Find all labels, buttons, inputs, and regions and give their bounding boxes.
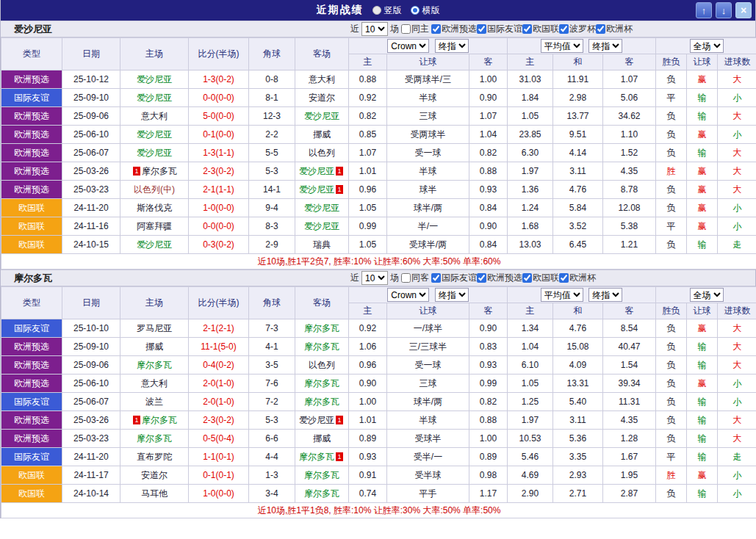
result-goals: 大 [718, 411, 756, 430]
away-team[interactable]: 以色列 [295, 356, 349, 375]
radio-icon[interactable] [411, 6, 420, 15]
same-venue-option[interactable]: 同主 [401, 23, 429, 35]
competition-checkbox[interactable] [477, 273, 486, 283]
bookmaker-select[interactable]: Crown [387, 288, 429, 302]
average-select[interactable]: 平均值 [541, 39, 583, 53]
competition-checkbox[interactable] [559, 24, 569, 34]
competition-checkbox[interactable] [596, 24, 605, 34]
asian-odds-home: 0.92 [349, 89, 387, 107]
euro-stage-select[interactable]: 终指 [588, 39, 622, 53]
home-team[interactable]: 马耳他 [120, 485, 189, 503]
match-score: 2-1(1-1) [189, 181, 249, 199]
competition-option[interactable]: 欧国联 [522, 272, 559, 284]
away-team[interactable]: 以色列 [295, 144, 349, 162]
home-team[interactable]: 意大利 [120, 375, 189, 393]
bookmaker-select[interactable]: Crown [387, 39, 429, 53]
competition-checkbox[interactable] [522, 24, 532, 34]
competition-option[interactable]: 欧洲预选 [477, 272, 522, 284]
result-handicap: 输 [687, 448, 718, 466]
competition-checkbox[interactable] [559, 273, 569, 283]
team-name: 摩尔多瓦 [14, 272, 52, 285]
home-team[interactable]: 安道尔 [120, 466, 189, 485]
scroll-down-button[interactable]: ↓ [716, 2, 732, 18]
home-team[interactable]: 波兰 [120, 393, 189, 411]
away-team[interactable]: 挪威 [295, 126, 349, 144]
away-team[interactable]: 爱沙尼亚 [295, 217, 349, 236]
home-team[interactable]: 罗马尼亚 [120, 319, 189, 338]
scope-select[interactable]: 全场 [690, 39, 724, 53]
euro-odds-draw: 4.09 [553, 356, 603, 375]
away-team[interactable]: 爱沙尼亚1 [295, 181, 349, 199]
radio-icon[interactable] [372, 6, 381, 15]
asian-odds-home: 0.91 [349, 466, 387, 485]
asian-stage-select[interactable]: 终指 [435, 39, 469, 53]
home-team[interactable]: 阿塞拜疆 [120, 217, 189, 236]
away-team[interactable]: 摩尔多瓦 [295, 319, 349, 338]
home-team-name: 意大利 [141, 378, 168, 388]
handicap-line: 球半 [387, 181, 469, 199]
competition-option[interactable]: 国际友谊 [431, 272, 477, 284]
home-team[interactable]: 1摩尔多瓦 [120, 162, 189, 181]
recent-count-select[interactable]: 10 [361, 271, 388, 285]
home-team[interactable]: 摩尔多瓦 [120, 430, 189, 448]
competition-option[interactable]: 欧洲杯 [559, 272, 596, 284]
competition-option[interactable]: 欧洲预选 [431, 23, 477, 35]
competition-checkbox[interactable] [522, 273, 532, 283]
home-team[interactable]: 爱沙尼亚 [120, 144, 189, 162]
home-team[interactable]: 直布罗陀 [120, 448, 189, 466]
home-team[interactable]: 意大利 [120, 107, 189, 126]
asian-stage-select[interactable]: 终指 [435, 288, 469, 302]
average-select[interactable]: 平均值 [541, 288, 583, 302]
layout-radio-vertical[interactable]: 竖版 [372, 4, 402, 17]
away-team[interactable]: 摩尔多瓦 [295, 338, 349, 356]
away-team[interactable]: 挪威 [295, 430, 349, 448]
same-venue-checkbox[interactable] [401, 24, 411, 34]
close-button[interactable]: × [735, 2, 752, 18]
competition-option[interactable]: 欧洲杯 [596, 23, 633, 35]
euro-stage-select[interactable]: 终指 [588, 288, 622, 302]
home-team[interactable]: 爱沙尼亚 [120, 236, 189, 254]
home-team[interactable]: 斯洛伐克 [120, 199, 189, 217]
euro-odds-away: 11.31 [603, 393, 656, 411]
home-team[interactable]: 爱沙尼亚 [120, 89, 189, 107]
col-header-asian-away: 客 [469, 303, 508, 319]
away-team[interactable]: 安道尔 [295, 89, 349, 107]
home-team[interactable]: 以色列(中) [120, 181, 189, 199]
away-team[interactable]: 瑞典 [295, 236, 349, 254]
euro-odds-draw: 4.76 [553, 319, 603, 338]
competition-option[interactable]: 波罗杯 [559, 23, 596, 35]
same-venue-option[interactable]: 同客 [401, 272, 429, 284]
away-team[interactable]: 摩尔多瓦 [295, 466, 349, 485]
scope-select[interactable]: 全场 [690, 288, 724, 302]
same-venue-checkbox[interactable] [401, 273, 411, 283]
home-team[interactable]: 爱沙尼亚 [120, 126, 189, 144]
away-team[interactable]: 爱沙尼亚 [295, 107, 349, 126]
away-team[interactable]: 摩尔多瓦1 [295, 448, 349, 466]
away-team[interactable]: 摩尔多瓦 [295, 393, 349, 411]
away-team[interactable]: 爱沙尼亚 [295, 199, 349, 217]
filter-bar: 近 10 场 同主 欧洲预选国际友谊欧国联波罗杯欧洲杯 [350, 22, 633, 36]
away-team[interactable]: 意大利 [295, 70, 349, 89]
recent-count-select[interactable]: 10 [361, 22, 388, 36]
away-team-name: 爱沙尼亚 [304, 203, 339, 213]
competition-checkbox[interactable] [431, 24, 441, 34]
away-team[interactable]: 摩尔多瓦 [295, 375, 349, 393]
competition-checkbox[interactable] [477, 24, 486, 34]
home-team[interactable]: 1摩尔多瓦 [120, 411, 189, 430]
scroll-up-button[interactable]: ↑ [696, 2, 712, 18]
competition-label: 波罗杯 [569, 23, 596, 35]
away-team-name: 摩尔多瓦 [304, 378, 339, 388]
away-team[interactable]: 爱沙尼亚1 [295, 411, 349, 430]
competition-checkbox[interactable] [431, 273, 441, 283]
col-header-away: 客场 [295, 287, 349, 319]
home-team[interactable]: 爱沙尼亚 [120, 70, 189, 89]
home-team[interactable]: 摩尔多瓦 [120, 356, 189, 375]
home-team[interactable]: 挪威 [120, 338, 189, 356]
layout-radio-horizontal[interactable]: 横版 [411, 4, 440, 17]
away-team[interactable]: 摩尔多瓦 [295, 485, 349, 503]
result-handicap: 赢 [687, 126, 718, 144]
competition-option[interactable]: 欧国联 [522, 23, 559, 35]
competition-label: 国际友谊 [487, 23, 522, 35]
away-team[interactable]: 爱沙尼亚1 [295, 162, 349, 181]
competition-option[interactable]: 国际友谊 [477, 23, 522, 35]
